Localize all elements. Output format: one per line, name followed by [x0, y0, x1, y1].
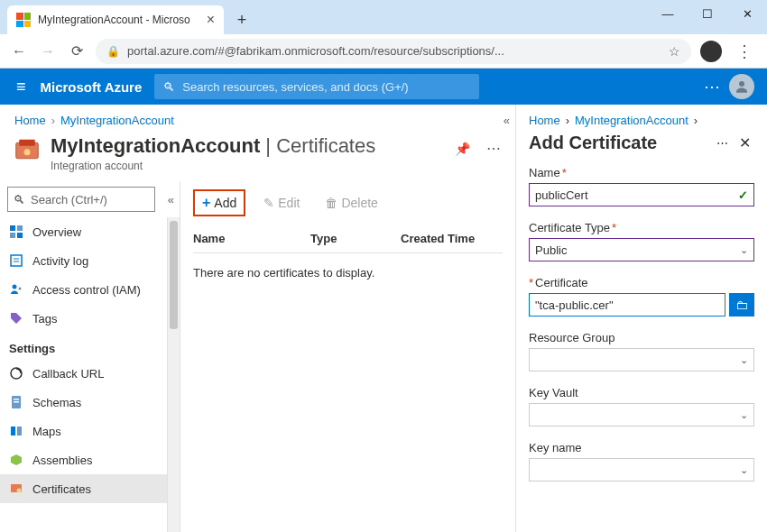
add-button[interactable]: + Add [193, 189, 245, 216]
svg-rect-17 [11, 427, 15, 436]
panel-close-button[interactable]: ✕ [735, 134, 754, 151]
new-tab-button[interactable]: + [229, 7, 254, 32]
account-avatar[interactable] [729, 74, 754, 99]
menu-item-maps[interactable]: Maps [0, 417, 167, 445]
cert-type-select[interactable]: Public ⌄ [529, 238, 754, 261]
search-icon: 🔍︎ [14, 193, 25, 206]
menu-item-activity-log[interactable]: Activity log [0, 246, 167, 275]
breadcrumb-home[interactable]: Home [14, 114, 46, 127]
bookmark-icon[interactable]: ☆ [669, 44, 680, 59]
detail-pane: + Add ✎ Edit 🗑 Delete Name Type Crea [180, 181, 515, 532]
panel-more-icon[interactable]: ⋯ [709, 136, 735, 150]
back-button[interactable]: ← [9, 43, 29, 60]
forward-button[interactable]: → [38, 43, 58, 60]
resource-type: Integration account [51, 160, 437, 172]
empty-message: There are no certificates to display. [193, 253, 503, 292]
overview-icon [9, 225, 23, 239]
schemas-icon [9, 395, 23, 409]
key-vault-select[interactable]: ⌄ [529, 403, 754, 427]
menu-section-settings: Settings [0, 333, 167, 359]
browser-tab[interactable]: MyIntegrationAccount - Microso × [7, 5, 224, 34]
folder-icon: 🗀 [735, 298, 748, 312]
chevron-right-icon: › [51, 114, 55, 127]
menu-item-assemblies[interactable]: Assemblies [0, 445, 167, 474]
menu-item-tags[interactable]: Tags [0, 304, 167, 333]
kv-label: Key Vault [529, 386, 578, 399]
svg-point-0 [739, 81, 744, 87]
menu-item-certificates[interactable]: Certificates [0, 474, 167, 503]
url-field[interactable]: 🔒 portal.azure.com/#@fabrikam.onmicrosof… [96, 39, 691, 64]
svg-point-20 [17, 489, 22, 493]
certificates-icon [9, 482, 23, 496]
pin-icon[interactable]: 📌 [455, 142, 470, 156]
svg-rect-15 [14, 399, 19, 400]
maximize-button[interactable]: ☐ [688, 0, 727, 27]
chevron-down-icon: ⌄ [740, 464, 748, 476]
svg-point-3 [24, 149, 31, 155]
chevron-right-icon: › [694, 114, 698, 127]
collapse-menu-icon[interactable]: « [162, 193, 180, 206]
collapse-blade-icon[interactable]: « [504, 114, 510, 127]
chevron-down-icon: ⌄ [740, 354, 748, 366]
col-type[interactable]: Type [310, 232, 401, 245]
profile-button[interactable] [700, 41, 722, 62]
address-bar: ← → ⟳ 🔒 portal.azure.com/#@fabrikam.onmi… [0, 34, 767, 69]
svg-rect-18 [17, 427, 22, 436]
breadcrumb: Home › MyIntegrationAccount [0, 105, 515, 131]
svg-point-13 [11, 368, 22, 379]
browse-file-button[interactable]: 🗀 [729, 293, 754, 316]
search-icon: 🔍︎ [163, 80, 175, 94]
panel-bc-home[interactable]: Home [529, 114, 560, 127]
brand-label[interactable]: Microsoft Azure [35, 79, 155, 95]
maps-icon [9, 424, 23, 438]
more-actions-icon[interactable]: ⋯ [486, 140, 501, 157]
cert-file-input[interactable]: "tca-public.cer" [529, 293, 725, 316]
panel-bc-item[interactable]: MyIntegrationAccount [575, 114, 688, 127]
col-created[interactable]: Created Time [401, 232, 503, 245]
azure-header: ≡ Microsoft Azure 🔍︎ Search resources, s… [0, 69, 767, 105]
menu-search[interactable]: 🔍︎ Search (Ctrl+/) [7, 187, 155, 212]
tab-close-icon[interactable]: × [207, 12, 215, 28]
svg-rect-8 [11, 255, 22, 266]
url-text: portal.azure.com/#@fabrikam.onmicrosoft.… [127, 44, 661, 58]
svg-point-11 [13, 285, 17, 289]
minimize-button[interactable]: ― [648, 0, 688, 27]
svg-rect-2 [19, 140, 35, 146]
menu-item-overview[interactable]: Overview [0, 217, 167, 246]
menu-item-iam[interactable]: Access control (IAM) [0, 275, 167, 304]
chevron-right-icon: › [566, 114, 569, 127]
col-name[interactable]: Name [193, 232, 310, 245]
resource-group-select[interactable]: ⌄ [529, 348, 754, 371]
svg-rect-6 [10, 233, 15, 238]
panel-breadcrumb: Home › MyIntegrationAccount › [516, 105, 767, 129]
portal-menu-button[interactable]: ≡ [7, 78, 35, 96]
plus-icon: + [202, 195, 210, 211]
menu-item-callback-url[interactable]: Callback URL [0, 359, 167, 388]
reload-button[interactable]: ⟳ [67, 42, 87, 60]
name-input[interactable]: publicCert ✓ [529, 183, 754, 206]
breadcrumb-item[interactable]: MyIntegrationAccount [60, 114, 174, 127]
rg-label: Resource Group [529, 331, 615, 344]
search-placeholder: Search resources, services, and docs (G+… [182, 80, 408, 94]
lock-icon: 🔒 [106, 45, 120, 58]
panel-title: Add Certificate [529, 133, 709, 153]
command-bar: + Add ✎ Edit 🗑 Delete [193, 187, 503, 219]
menu-scrollbar[interactable] [167, 217, 180, 532]
chevron-down-icon: ⌄ [740, 409, 748, 421]
ms-favicon-icon [16, 13, 31, 27]
tags-icon [9, 311, 23, 326]
content-area: Home › MyIntegrationAccount « MyIntegrat… [0, 105, 767, 532]
main-column: Home › MyIntegrationAccount « MyIntegrat… [0, 105, 516, 532]
resource-menu: 🔍︎ Search (Ctrl+/) « Overview [0, 181, 180, 532]
chevron-down-icon: ⌄ [740, 244, 748, 256]
browser-menu-button[interactable]: ⋮ [731, 41, 758, 61]
key-name-select[interactable]: ⌄ [529, 458, 754, 482]
integration-account-icon [14, 138, 40, 163]
header-more-icon[interactable]: ⋯ [704, 77, 720, 96]
activity-icon [9, 253, 23, 268]
global-search[interactable]: 🔍︎ Search resources, services, and docs … [154, 74, 479, 99]
menu-item-schemas[interactable]: Schemas [0, 388, 167, 417]
delete-button: 🗑 Delete [318, 192, 384, 214]
close-window-button[interactable]: ✕ [727, 0, 767, 27]
tab-title: MyIntegrationAccount - Microso [38, 14, 201, 26]
